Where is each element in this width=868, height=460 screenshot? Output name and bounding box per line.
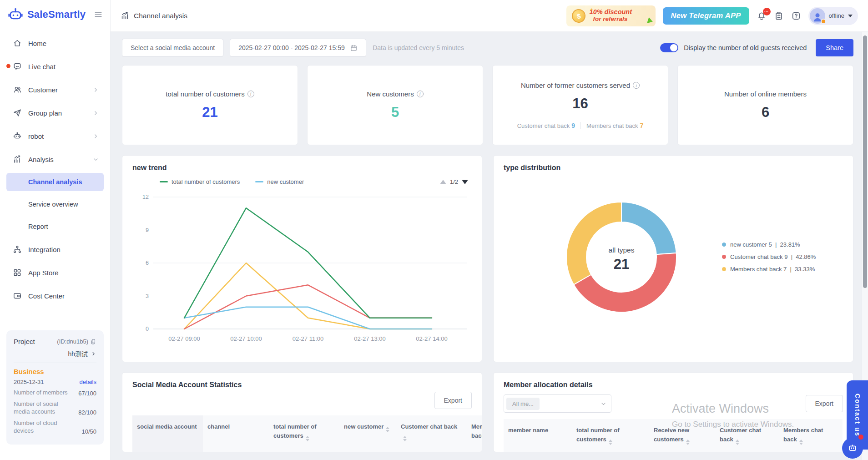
sidebar-item-live-chat[interactable]: Live chat (6, 57, 104, 76)
svg-text:9: 9 (146, 227, 149, 233)
column-header-members-chat-back[interactable]: Members chat back (467, 415, 482, 452)
old-guests-toggle[interactable] (660, 43, 678, 52)
sort-icon[interactable] (403, 436, 407, 441)
sidebar-item-label: Report (28, 223, 99, 230)
chevron-right-icon (91, 351, 96, 357)
sort-icon[interactable] (609, 440, 612, 445)
export-button[interactable]: Export (806, 395, 843, 412)
legend-next-icon[interactable] (462, 180, 468, 184)
column-header-channel: channel (203, 415, 269, 452)
sidebar-item-service-overview[interactable]: Service overview (6, 195, 104, 213)
chevron-right-icon (92, 86, 99, 93)
sort-icon[interactable] (386, 427, 389, 432)
date-range-input[interactable]: 2025-02-27 00:00 - 2025-02-27 15:59 (230, 39, 366, 57)
telegram-app-button[interactable]: New Telegram APP (663, 7, 749, 25)
sort-icon[interactable] (686, 440, 690, 445)
copy-icon[interactable] (90, 339, 96, 345)
user-menu[interactable]: offline (808, 7, 858, 25)
panel-title: Member allocation details (504, 381, 843, 389)
chat-bubble-button[interactable] (842, 438, 863, 459)
chat-icon (13, 62, 22, 71)
sidebar-item-label: Service overview (28, 201, 99, 208)
column-header-customer-chat-back[interactable]: Customer chat back (396, 415, 467, 452)
export-button[interactable]: Export (434, 392, 472, 409)
pie-legend-item-new-customer[interactable]: new customer 5 | 23.81% (722, 241, 816, 248)
sidebar-item-robot[interactable]: robot (6, 126, 104, 146)
sidebar-item-home[interactable]: Home (6, 34, 104, 53)
users-icon (13, 85, 22, 94)
column-header-receive-new-customers[interactable]: Receive new customers (649, 419, 715, 452)
column-header-customer-chat-back[interactable]: Customer chat back (715, 419, 779, 452)
line-chart[interactable]: 03691202-27 09:0002-27 10:0002-27 11:000… (132, 185, 472, 347)
info-icon[interactable]: i (417, 91, 424, 97)
project-card: Project (ID:dnu1b5) hh测试 Business 2025-1… (6, 330, 104, 445)
referral-promo-banner[interactable]: $ ✦ 10% discount for referrals (566, 5, 656, 26)
pie-legend-item-members-chat-back[interactable]: Members chat back 7 | 33.33% (722, 266, 816, 273)
sidebar-item-integration[interactable]: Integration (6, 240, 104, 259)
sidebar-item-group-plan[interactable]: Group plan (6, 103, 104, 122)
sidebar-item-label: Customer (28, 86, 92, 94)
tasks-clipboard-icon[interactable] (774, 11, 784, 21)
notifications-bell-icon[interactable]: ··· (757, 11, 767, 21)
quota-row: Number of cloud devices10/50 (14, 419, 96, 435)
plan-expiry: 2025-12-31 (14, 379, 44, 385)
sidebar-item-label: Cost Center (28, 292, 99, 300)
avatar (810, 8, 825, 24)
stat-label: Number of online members (724, 90, 807, 98)
panel-title: type distribution (504, 164, 843, 172)
main-area: Channel analysis $ ✦ 10% discount for re… (111, 0, 868, 460)
info-icon[interactable]: i (247, 91, 254, 97)
info-icon[interactable]: i (633, 82, 640, 89)
project-name: hh测试 (68, 349, 88, 358)
share-button[interactable]: Share (816, 39, 853, 56)
plan-details-link[interactable]: details (79, 379, 96, 385)
sidebar-item-customer[interactable]: Customer (6, 80, 104, 99)
sidebar-collapse-icon[interactable] (94, 10, 103, 19)
legend-prev-icon[interactable] (440, 180, 446, 184)
logo-row: SaleSmartly (0, 0, 110, 29)
member-filter-select[interactable]: All me... (504, 394, 611, 413)
svg-text:02-27 10:00: 02-27 10:00 (230, 335, 262, 342)
pie-legend-item-customer-chat-back[interactable]: Customer chat back 9 | 42.86% (722, 253, 816, 260)
sidebar-item-cost-center[interactable]: Cost Center (6, 286, 104, 305)
quota-list: Number of members67/100Number of social … (14, 389, 96, 435)
column-header-total-number-of-customers[interactable]: total number of customers (572, 419, 649, 452)
svg-text:02-27 13:00: 02-27 13:00 (354, 335, 385, 342)
sidebar-item-label: Group plan (28, 109, 92, 117)
svg-text:6: 6 (146, 260, 149, 266)
sidebar-item-app-store[interactable]: App Store (6, 263, 104, 282)
stat-sub-label: Members chat back7 (586, 122, 643, 129)
sort-icon[interactable] (799, 440, 803, 445)
sidebar-item-label: Live chat (28, 63, 99, 71)
sidebar-item-channel-analysis[interactable]: Channel analysis (6, 173, 104, 191)
contact-notification-dot (858, 435, 863, 440)
sort-icon[interactable] (306, 436, 309, 441)
new-trend-panel: new trend total number of customersnew c… (122, 155, 482, 362)
pie-legend: new customer 5 | 23.81%Customer chat bac… (722, 241, 816, 273)
project-id: (ID:dnu1b5) (57, 338, 96, 345)
legend-item-total-number-of-customers[interactable]: total number of customers (160, 178, 240, 185)
project-name-row[interactable]: hh测试 (14, 349, 96, 358)
sort-icon[interactable] (736, 440, 739, 445)
svg-text:21: 21 (614, 256, 629, 272)
svg-text:02-27 14:00: 02-27 14:00 (416, 335, 447, 342)
column-header-total-number-of-customers[interactable]: total number of customers (269, 415, 339, 452)
help-icon[interactable] (791, 11, 801, 21)
column-header-new-customer[interactable]: new customer (339, 415, 396, 452)
donut-chart[interactable]: all types21 (562, 197, 681, 318)
legend-item-new-customer[interactable]: new customer (255, 178, 304, 185)
line-legend: total number of customersnew customer 1/… (132, 178, 472, 185)
chevron-down-icon (600, 400, 607, 407)
chevron-right-icon (92, 133, 99, 140)
scrollbar-thumb[interactable] (863, 35, 867, 288)
sidebar-item-label: Analysis (28, 156, 92, 163)
sidebar-item-label: Home (28, 40, 99, 47)
sidebar-item-analysis[interactable]: Analysis (6, 150, 104, 169)
wallet-icon (13, 291, 22, 300)
column-header-members-chat-back[interactable]: Members chat back (779, 419, 843, 452)
account-select-button[interactable]: Select a social media account (122, 39, 223, 57)
sidebar: SaleSmartly HomeLive chatCustomerGroup p… (0, 0, 111, 460)
panel-title: Social Media Account Statistics (132, 381, 472, 389)
contact-us-widget[interactable]: Contact us (847, 380, 868, 450)
sidebar-item-report[interactable]: Report (6, 217, 104, 236)
